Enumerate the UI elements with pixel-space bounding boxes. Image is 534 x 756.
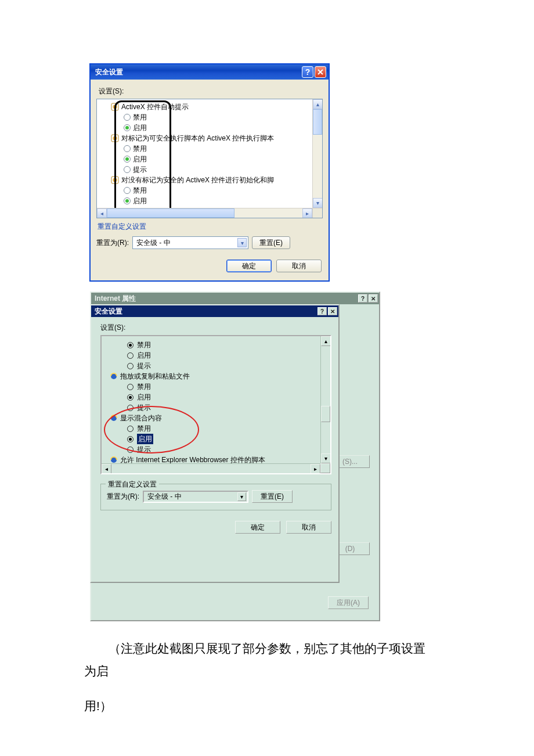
radio-option[interactable]: 禁用 <box>106 423 328 434</box>
settings-listbox[interactable]: 禁用 启用 提示 拖放或复制和粘贴文件 禁用 启用 提示 <box>100 335 331 474</box>
scroll-down-icon[interactable]: ▾ <box>313 198 323 208</box>
scroll-down-icon[interactable]: ▾ <box>321 453 331 463</box>
radio-option[interactable]: 禁用 <box>106 381 328 392</box>
cancel-button[interactable]: 取消 <box>286 521 331 534</box>
reset-custom-groupbox: 重置自定义设置 重置为(R): 安全级 - 中 ▾ 重置(E) <box>100 484 331 510</box>
svg-point-2 <box>114 106 116 108</box>
radio-icon <box>127 436 134 442</box>
radio-option[interactable]: 提示 <box>106 444 328 455</box>
security-settings-dialog-classic: 安全设置 ? ✕ 设置(S): 禁用 启用 提示 拖放或复制和 <box>90 304 340 583</box>
settings-tree: 禁用 启用 提示 拖放或复制和粘贴文件 禁用 启用 提示 <box>102 336 330 467</box>
settings-label: 设置(S): <box>99 87 124 96</box>
radio-icon <box>124 124 131 131</box>
reset-custom-link: 重置自定义设置 <box>98 222 146 232</box>
settings-listbox[interactable]: ActiveX 控件自动提示 禁用 启用 对标记为可安全执行脚本的 Active… <box>96 99 323 218</box>
settings-label: 设置(S): <box>100 323 125 332</box>
scroll-corner <box>320 463 330 473</box>
radio-option[interactable]: 启用 <box>106 434 328 444</box>
category-label: 显示混合内容 <box>120 413 162 423</box>
ie-icon <box>110 456 118 464</box>
scroll-right-icon[interactable]: ▸ <box>302 208 312 218</box>
category-activex-safe-script: 对标记为可安全执行脚本的 ActiveX 控件执行脚本 <box>100 133 320 143</box>
horizontal-scrollbar[interactable]: ◂ ▸ <box>97 208 322 218</box>
category-drag-drop-paste: 拖放或复制和粘贴文件 <box>106 371 328 381</box>
reset-button[interactable]: 重置(E) <box>252 236 290 249</box>
radio-icon <box>127 384 134 390</box>
scroll-thumb[interactable] <box>321 406 330 422</box>
svg-point-8 <box>114 179 116 181</box>
close-button[interactable]: ✕ <box>369 294 378 303</box>
groupbox-legend: 重置自定义设置 <box>106 480 159 489</box>
scroll-right-icon[interactable]: ▸ <box>311 464 320 474</box>
horizontal-scrollbar[interactable]: ◂ ▸ <box>102 463 320 473</box>
radio-option[interactable]: 禁用 <box>100 185 320 196</box>
option-label: 启用 <box>137 350 151 361</box>
option-label: 禁用 <box>137 381 151 392</box>
option-label: 禁用 <box>137 340 151 350</box>
help-button[interactable]: ? <box>302 66 313 78</box>
radio-option[interactable]: 启用 <box>100 123 320 133</box>
option-label: 禁用 <box>133 143 147 154</box>
ie-icon <box>110 372 118 380</box>
reset-to-label: 重置为(R): <box>107 492 139 502</box>
radio-icon <box>124 114 131 121</box>
option-label: 禁用 <box>133 185 147 196</box>
option-label: 提示 <box>137 361 151 371</box>
radio-icon <box>127 342 134 348</box>
apply-button-disabled: 应用(A) <box>328 596 369 609</box>
radio-option[interactable]: 禁用 <box>100 143 320 154</box>
reset-button[interactable]: 重置(E) <box>252 490 293 503</box>
reset-level-combobox[interactable]: 安全级 - 中 ▾ <box>143 491 248 503</box>
ie-icon <box>110 414 118 422</box>
close-button[interactable] <box>315 66 326 78</box>
category-label: 拖放或复制和粘贴文件 <box>120 371 190 381</box>
internet-properties-stack: Internet 属性 ? ✕ (S)... (D) 应用(A) 安全设置 ? … <box>90 291 380 622</box>
close-button[interactable]: ✕ <box>328 307 337 315</box>
help-button[interactable]: ? <box>358 294 367 303</box>
category-label: ActiveX 控件自动提示 <box>121 102 189 112</box>
radio-icon <box>127 405 134 411</box>
radio-option[interactable]: 禁用 <box>100 112 320 123</box>
ok-button[interactable]: 确定 <box>226 260 272 272</box>
caption-text: （注意此处截图只展现了部分参数，别忘了其他的子项设置为启 <box>84 638 450 683</box>
scroll-left-icon[interactable]: ◂ <box>97 208 107 218</box>
vertical-scrollbar[interactable]: ▴ ▾ <box>320 336 330 463</box>
reset-level-combobox[interactable]: 安全级 - 中 ▾ <box>132 236 248 249</box>
dialog-title: Internet 属性 <box>95 294 357 304</box>
ok-button[interactable]: 确定 <box>235 521 280 534</box>
radio-option[interactable]: 启用 <box>100 154 320 164</box>
category-activex-autoprompt: ActiveX 控件自动提示 <box>100 102 320 112</box>
scroll-thumb[interactable] <box>107 208 234 218</box>
radio-option[interactable]: 启用 <box>106 350 328 361</box>
combobox-value: 安全级 - 中 <box>147 492 182 502</box>
combobox-value: 安全级 - 中 <box>136 238 171 248</box>
gear-icon <box>111 134 119 142</box>
radio-option[interactable]: 提示 <box>106 361 328 371</box>
option-label: 启用 <box>137 392 151 402</box>
chevron-down-icon[interactable]: ▾ <box>237 492 246 501</box>
cancel-button[interactable]: 取消 <box>276 260 322 272</box>
radio-icon <box>124 166 131 173</box>
scroll-left-icon[interactable]: ◂ <box>102 464 111 474</box>
radio-icon <box>127 352 134 359</box>
radio-icon <box>124 197 131 204</box>
radio-option[interactable]: 禁用 <box>106 340 328 350</box>
option-label: 提示 <box>137 444 151 455</box>
radio-option[interactable]: 启用 <box>100 196 320 206</box>
radio-option[interactable]: 提示 <box>106 402 328 413</box>
help-button[interactable]: ? <box>317 307 327 315</box>
chevron-down-icon[interactable]: ▾ <box>237 238 247 247</box>
scroll-thumb[interactable] <box>313 109 322 135</box>
scroll-up-icon[interactable]: ▴ <box>321 336 331 346</box>
radio-option[interactable]: 提示 <box>100 164 320 175</box>
vertical-scrollbar[interactable]: ▴ ▾ <box>312 99 322 208</box>
option-label: 启用 <box>133 196 147 206</box>
scroll-up-icon[interactable]: ▴ <box>313 99 323 109</box>
titlebar[interactable]: 安全设置 ? <box>91 64 329 80</box>
radio-option[interactable]: 启用 <box>106 392 328 402</box>
titlebar[interactable]: Internet 属性 ? ✕ <box>91 293 379 304</box>
radio-icon <box>127 426 134 432</box>
titlebar[interactable]: 安全设置 ? ✕ <box>91 305 338 317</box>
radio-icon <box>124 156 131 163</box>
scroll-corner <box>312 208 322 218</box>
